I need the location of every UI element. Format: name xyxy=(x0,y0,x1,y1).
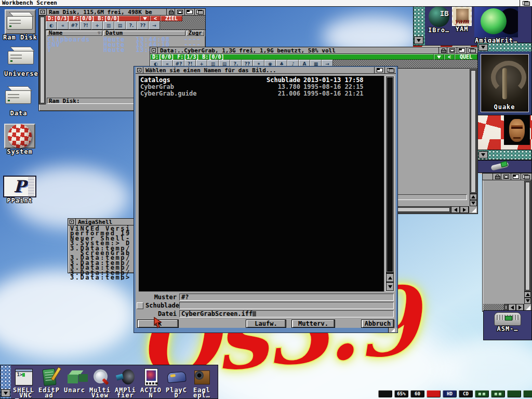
column-header-zugr[interactable]: Zugr xyxy=(187,31,205,36)
lock-gadget[interactable] xyxy=(438,47,447,54)
resize-gadget[interactable] xyxy=(388,328,397,332)
column-header-datum[interactable]: Datum xyxy=(103,31,185,36)
dock-item-multiview[interactable]: MultiView xyxy=(87,367,113,398)
mini-button[interactable] xyxy=(523,390,532,397)
zoom-big-gadget[interactable] xyxy=(184,9,194,15)
dock-item-unarc[interactable]: Unarc xyxy=(62,367,87,398)
scrollbar-thumb[interactable] xyxy=(40,17,45,103)
mini-button-65[interactable]: 65% xyxy=(394,390,408,397)
resize-gadget[interactable] xyxy=(469,206,477,213)
toolbar-button[interactable]: ?! xyxy=(80,21,91,30)
panel-collapse-button[interactable] xyxy=(478,44,488,51)
dock-collapse-button[interactable] xyxy=(1,389,10,397)
file-list[interactable]: CatalogsSchublade2013-01-13 17:58 CyberG… xyxy=(139,76,384,291)
toolbar-button[interactable]: #? xyxy=(69,21,80,30)
mini-button[interactable] xyxy=(507,390,521,397)
lock-gadget[interactable] xyxy=(493,174,501,180)
parent-button[interactable]: < xyxy=(444,54,455,60)
zoom-gadget[interactable] xyxy=(374,67,384,73)
lock-gadget[interactable] xyxy=(166,9,175,15)
dock-item-yam[interactable]: yam YAM xyxy=(452,6,472,33)
zoom-big-gadget[interactable] xyxy=(457,47,467,54)
mini-button[interactable] xyxy=(378,390,392,397)
close-gadget[interactable] xyxy=(136,67,143,73)
scroll-up-button[interactable] xyxy=(386,273,394,282)
dock-item-amplifier[interactable]: AMPlifier xyxy=(113,367,138,398)
drive-button[interactable]: Laufw. xyxy=(246,320,286,328)
doom-icon[interactable] xyxy=(504,115,530,145)
parent-button[interactable]: Mutterv. xyxy=(291,320,335,328)
lister-vertical-scrollbar[interactable] xyxy=(470,69,477,194)
dock-item-playcd[interactable]: PlayCD xyxy=(164,367,189,398)
mini-button-hd[interactable]: HD xyxy=(443,390,457,397)
scroll-right-button[interactable] xyxy=(460,206,469,213)
panel-collapse-button[interactable] xyxy=(478,151,488,158)
toolbar-button[interactable]: + xyxy=(91,21,103,30)
depth-gadget[interactable] xyxy=(384,67,396,73)
list-item[interactable]: CyberGrab.guide21.0061995-08-16 21:21 xyxy=(140,90,382,97)
desktop-icon-ppaint[interactable]: P PPaint xyxy=(3,176,36,204)
toolbar-button[interactable]: ◐ xyxy=(46,21,57,30)
toolbar-button[interactable]: ?? xyxy=(137,21,149,30)
mini-button-cd[interactable]: CD xyxy=(459,390,473,397)
drop-arrow-button[interactable] xyxy=(434,54,444,60)
zoom-small-gadget[interactable] xyxy=(175,9,184,15)
toolbar-button[interactable]: « xyxy=(57,21,69,30)
desktop-icon-system[interactable]: System xyxy=(4,124,35,155)
toolbar-button[interactable]: ?. xyxy=(126,21,137,30)
vertical-scrollbar[interactable] xyxy=(524,181,531,291)
asm-panel[interactable]: ASM-… xyxy=(483,310,532,340)
desktop-icon-universe[interactable]: Universe xyxy=(4,46,38,77)
scroll-up-button[interactable] xyxy=(470,194,477,200)
toolbar-button[interactable]: ▥ xyxy=(103,21,114,30)
cybergrab-title-bar[interactable]: Data:..CyberGrab, 1,3G frei, 1,9G benutz… xyxy=(150,47,477,54)
quake-panel[interactable]: Quake xyxy=(477,43,532,115)
dock-item-action[interactable]: ACTION xyxy=(138,367,164,398)
scrollbar-thumb[interactable] xyxy=(471,70,476,193)
mini-button-leds[interactable] xyxy=(491,390,505,397)
zoom-small-gadget[interactable] xyxy=(501,174,511,180)
desktop-icon-data[interactable]: Data xyxy=(5,85,32,117)
dock-item-eagleplayer[interactable]: Eaglepl… xyxy=(189,367,215,398)
dock-item-amigawriter[interactable]: AmigaWrit… xyxy=(474,6,518,44)
dock-item-editpad[interactable]: EditPad xyxy=(36,367,62,398)
drawer-input[interactable] xyxy=(179,302,394,309)
scroll-down-button[interactable] xyxy=(524,298,531,304)
depth-gadget[interactable] xyxy=(521,174,531,180)
scroll-down-button[interactable] xyxy=(470,200,477,206)
close-gadget[interactable] xyxy=(150,47,158,54)
mode-toggle-quel[interactable]: QUEL xyxy=(455,54,477,60)
table-row[interactable]: ClipboardsHeute13:44:08---- xyxy=(46,37,205,42)
drop-arrow-button[interactable] xyxy=(140,16,150,21)
scroll-left-button[interactable] xyxy=(451,206,460,213)
toolbar-button[interactable]: ▤ xyxy=(114,21,126,30)
zoom-big-gadget[interactable] xyxy=(511,174,521,180)
column-header-name[interactable]: Name▽ xyxy=(47,31,102,36)
close-gadget[interactable] xyxy=(68,219,76,225)
scrollbar-thumb[interactable] xyxy=(387,77,393,272)
parent-button[interactable]: < xyxy=(150,16,161,21)
joystick-panel[interactable] xyxy=(477,160,532,173)
file-input[interactable]: CyberGrabScreen.iff xyxy=(179,310,394,317)
file-list-scrollbar[interactable] xyxy=(385,76,394,291)
scroll-up-button[interactable] xyxy=(524,291,531,298)
lister-vertical-scrollbar[interactable] xyxy=(39,16,46,104)
depth-gadget[interactable] xyxy=(467,47,477,54)
scrollbar-thumb[interactable] xyxy=(525,182,530,290)
cancel-button[interactable]: Abbruch xyxy=(361,320,394,328)
right-window-title-bar[interactable] xyxy=(483,174,531,180)
dock-item-ibrowse[interactable]: IB IBro… xyxy=(428,6,449,34)
desktop-icon-ramdisk[interactable]: Ram Disk xyxy=(3,9,37,41)
close-gadget[interactable] xyxy=(39,9,47,15)
dock-collapse-button[interactable] xyxy=(414,36,423,44)
mini-button-60[interactable]: 60 xyxy=(410,390,424,397)
dialog-title-bar[interactable]: Wählen sie einen Namen für das Bild... xyxy=(136,67,396,74)
mini-button-red[interactable] xyxy=(427,390,441,397)
dock-item-shell-vnc[interactable]: 1> SHELL_VNC xyxy=(11,367,36,398)
depth-gadget[interactable] xyxy=(194,9,205,15)
scroll-down-button[interactable] xyxy=(386,282,394,291)
mode-toggle-ziel[interactable]: ZIEL xyxy=(161,16,182,21)
drawer-checkbox[interactable] xyxy=(137,302,143,309)
pattern-input[interactable]: #? xyxy=(179,294,394,301)
toolbar-button[interactable]: → xyxy=(149,21,160,30)
